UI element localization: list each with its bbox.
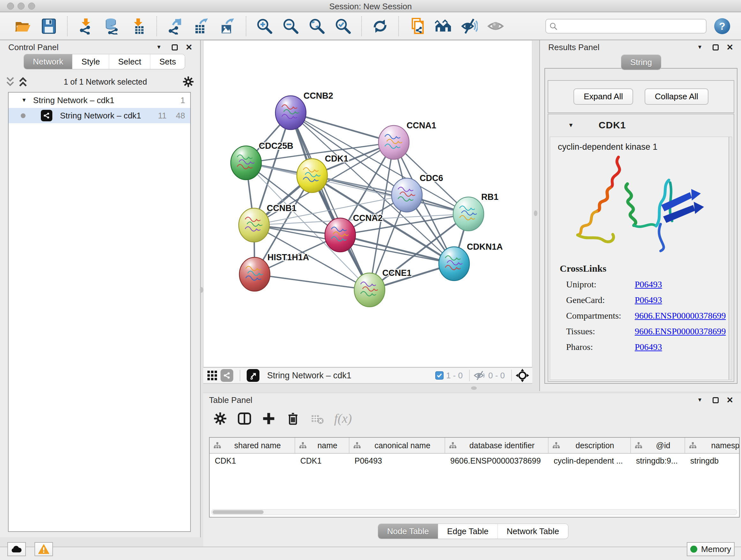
column-header-description[interactable]: description: [549, 438, 631, 453]
help-icon[interactable]: ?: [714, 18, 730, 34]
left-splitter-handle[interactable]: [200, 287, 203, 293]
node-CCNB1[interactable]: CCNB1: [239, 203, 296, 242]
table-cell[interactable]: CDK1: [210, 454, 295, 469]
refresh-icon[interactable]: [371, 17, 389, 35]
zoom-selected-icon[interactable]: [334, 17, 352, 35]
crosslink-link[interactable]: 9606.ENSP00000378699: [635, 311, 726, 321]
network-row[interactable]: String Network – cdk1 11 48: [9, 108, 190, 123]
delete-column-icon[interactable]: [286, 411, 300, 426]
create-column-icon[interactable]: [261, 411, 276, 426]
table-cell[interactable]: CDK1: [295, 454, 349, 469]
column-header-canonicalname[interactable]: canonical name: [349, 438, 445, 453]
panel-close-icon[interactable]: ✕: [726, 395, 733, 405]
table-cell[interactable]: cyclin-dependent ...: [549, 454, 631, 469]
panel-menu-icon[interactable]: ▼: [697, 397, 702, 403]
memory-button[interactable]: Memory: [687, 542, 735, 556]
tab-style[interactable]: Style: [72, 54, 109, 69]
edge-CCNB2-CCNE1[interactable]: [291, 113, 369, 290]
tab-edge-table[interactable]: Edge Table: [438, 524, 497, 539]
birds-eye-view-icon[interactable]: [247, 369, 259, 382]
show-all-panels-icon[interactable]: [434, 17, 452, 35]
node-label-CCNB1: CCNB1: [267, 203, 296, 213]
results-scrollbar[interactable]: [729, 137, 732, 380]
panel-menu-icon[interactable]: ▼: [156, 44, 161, 51]
right-splitter-handle[interactable]: [534, 210, 537, 216]
open-file-icon[interactable]: [14, 17, 31, 35]
column-header-name[interactable]: name: [295, 438, 349, 453]
column-header-id[interactable]: @id: [631, 438, 685, 453]
table-cell[interactable]: 9606.ENSP00000378699: [445, 454, 549, 469]
export-image-icon[interactable]: [219, 17, 237, 35]
network-collection-row[interactable]: ▼ String Network – cdk1 1: [9, 92, 190, 108]
column-header-databaseidentifier[interactable]: database identifier: [445, 438, 549, 453]
tab-node-table[interactable]: Node Table: [378, 524, 438, 539]
table-cell[interactable]: stringdb:9...: [631, 454, 685, 469]
column-header-sharedname[interactable]: shared name: [210, 438, 295, 453]
hide-displayed-icon[interactable]: [461, 17, 478, 35]
tab-select[interactable]: Select: [109, 54, 150, 69]
pan-tool-icon[interactable]: [516, 369, 529, 382]
tab-network-table[interactable]: Network Table: [497, 524, 568, 539]
crosslink-link[interactable]: P06493: [635, 279, 662, 290]
edge-HIST1H1A-CCNE1[interactable]: [255, 274, 369, 290]
table-row[interactable]: CDK1CDK1P064939606.ENSP00000378699cyclin…: [210, 454, 739, 469]
gene-expander-icon[interactable]: ▼: [568, 122, 574, 129]
expand-all-icon[interactable]: [18, 76, 28, 87]
crosslinks-title: CrossLinks: [560, 263, 726, 274]
export-table-icon[interactable]: [192, 17, 210, 35]
panel-float-icon[interactable]: [713, 44, 719, 51]
export-network-icon[interactable]: [166, 17, 184, 35]
zoom-fit-icon[interactable]: [308, 17, 326, 35]
panel-float-icon[interactable]: [172, 44, 178, 51]
shown-state-icon[interactable]: [487, 17, 504, 35]
expand-all-button[interactable]: Expand All: [574, 88, 633, 105]
import-table-icon[interactable]: [129, 17, 147, 35]
duplicate-network-icon[interactable]: [408, 17, 426, 35]
crosslink-link[interactable]: P06493: [635, 342, 662, 352]
collection-expander-icon[interactable]: ▼: [21, 97, 27, 104]
search-input[interactable]: [560, 22, 703, 30]
table-cell[interactable]: P06493: [349, 454, 445, 469]
bottom-splitter-handle[interactable]: [471, 386, 477, 390]
node-HIST1H1A[interactable]: HIST1H1A: [239, 253, 309, 291]
import-network-icon[interactable]: [77, 17, 95, 35]
node-CCNA1[interactable]: CCNA1: [379, 121, 436, 159]
node-CDK1[interactable]: CDK1: [297, 154, 348, 192]
collapse-all-button[interactable]: Collapse All: [645, 88, 709, 105]
table-tabs: Node Table Edge Table Network Table: [378, 524, 568, 539]
gene-section-header[interactable]: ▼ CDK1: [548, 114, 734, 136]
tab-string[interactable]: String: [621, 55, 661, 70]
node-CCNB2[interactable]: CCNB2: [275, 91, 333, 130]
import-database-icon[interactable]: [103, 17, 121, 35]
warnings-button[interactable]: [35, 542, 53, 556]
zoom-in-icon[interactable]: [256, 17, 273, 35]
memory-status-dot: [690, 546, 697, 553]
table-settings-gear-icon[interactable]: [213, 411, 227, 426]
scrollbar-thumb[interactable]: [212, 510, 264, 514]
cloud-button[interactable]: [7, 542, 26, 556]
string-results-container: Expand All Collapse All ▼ CDK1 cyclin-de…: [544, 68, 738, 384]
table-cell[interactable]: stringdb: [685, 454, 740, 469]
zoom-out-icon[interactable]: [282, 17, 300, 35]
crosslink-link[interactable]: 9606.ENSP00000378699: [635, 326, 726, 336]
save-session-icon[interactable]: [40, 17, 58, 35]
panel-menu-icon[interactable]: ▼: [697, 44, 702, 51]
gear-icon[interactable]: [183, 76, 194, 87]
panel-close-icon[interactable]: ✕: [185, 43, 192, 52]
panel-close-icon[interactable]: ✕: [726, 43, 733, 52]
crosslink-link[interactable]: P06493: [635, 295, 662, 305]
show-columns-icon[interactable]: [237, 411, 252, 426]
collapse-all-icon[interactable]: [6, 76, 15, 87]
string-view-icon[interactable]: [220, 369, 233, 382]
node-CDKN1A[interactable]: CDKN1A: [439, 242, 503, 281]
network-graph[interactable]: CCNB2CCNA1CDC25BCDK1CDC6RB1CCNB1CCNA2CDK…: [204, 41, 532, 367]
tab-sets[interactable]: Sets: [150, 54, 185, 69]
network-view[interactable]: CCNB2CCNA1CDC25BCDK1CDC6RB1CCNB1CCNA2CDK…: [203, 40, 532, 367]
selected-indicator-checkbox[interactable]: [435, 371, 444, 380]
table-horizontal-scrollbar[interactable]: [211, 509, 737, 515]
grid-mode-icon[interactable]: [206, 370, 218, 381]
node-RB1[interactable]: RB1: [453, 192, 498, 231]
panel-float-icon[interactable]: [713, 397, 719, 403]
tab-network[interactable]: Network: [24, 54, 72, 69]
column-header-namespace[interactable]: namespace: [685, 438, 740, 453]
